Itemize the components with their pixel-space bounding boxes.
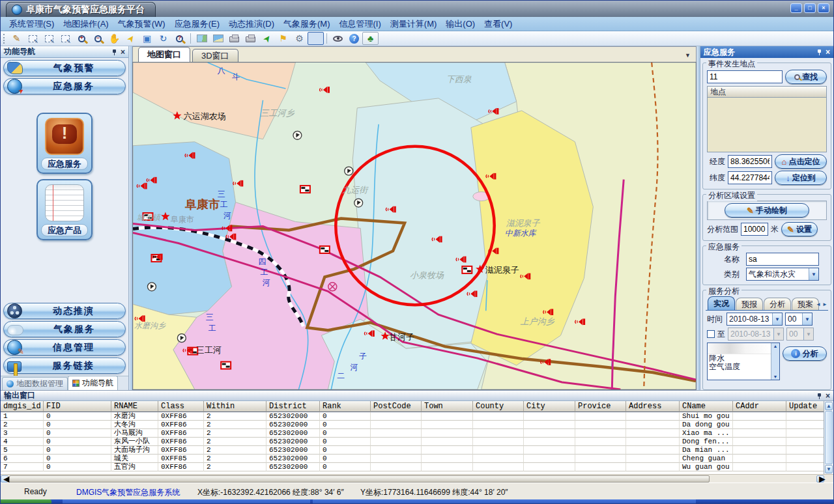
- print-icon[interactable]: [226, 32, 242, 45]
- pin-icon[interactable]: [111, 49, 118, 55]
- pin-icon[interactable]: [816, 393, 823, 399]
- map-tab-1[interactable]: 3D窗口: [192, 49, 238, 62]
- big-button-alert[interactable]: 应急服务: [36, 113, 93, 174]
- analysis-range-input[interactable]: [741, 223, 768, 236]
- full-extent-icon[interactable]: ▣: [139, 32, 155, 45]
- analysis-tab-1[interactable]: 预报: [736, 298, 763, 310]
- print-setup-icon[interactable]: [242, 32, 259, 45]
- pin-icon[interactable]: [816, 49, 823, 55]
- menu-item-7[interactable]: 测量计算(M): [386, 17, 442, 31]
- location-list[interactable]: [707, 98, 827, 152]
- location-keyword-input[interactable]: [707, 70, 783, 83]
- chevron-down-icon[interactable]: ▼: [802, 313, 812, 325]
- menu-item-2[interactable]: 气象预警(W): [113, 17, 170, 31]
- map-export-icon[interactable]: [210, 32, 226, 45]
- analysis-tab-3[interactable]: 预案: [792, 298, 819, 310]
- table-row[interactable]: 30小马厩沟0XFF8626523020000Xiao ma ...: [1, 429, 824, 438]
- globe-tool-icon[interactable]: [308, 32, 324, 45]
- column-header[interactable]: City: [524, 401, 575, 412]
- menu-item-6[interactable]: 信息管理(I): [335, 17, 386, 31]
- select-circle-icon[interactable]: [57, 32, 74, 45]
- locate-to-button[interactable]: ↓定位到: [775, 171, 827, 185]
- analysis-tab-0[interactable]: 实况: [708, 296, 735, 310]
- to-date-checkbox[interactable]: [707, 330, 715, 338]
- minimize-button[interactable]: _: [790, 3, 802, 13]
- latitude-input[interactable]: [728, 171, 772, 184]
- search-button[interactable]: 查找: [785, 70, 827, 84]
- service-type-dropdown[interactable]: 气象和洪水灾 ▼: [746, 268, 819, 281]
- longitude-input[interactable]: [728, 155, 772, 168]
- column-header[interactable]: Address: [626, 401, 680, 412]
- table-row[interactable]: 20大冬沟0XFF8626523020000Da dong gou: [1, 421, 824, 429]
- tab-scroll-arrows[interactable]: ◄ ►: [816, 301, 827, 307]
- service-name-input[interactable]: [746, 253, 819, 266]
- menu-item-4[interactable]: 动态推演(D): [224, 17, 279, 31]
- nav-ww[interactable]: 气象预警: [3, 60, 126, 76]
- column-header[interactable]: Provice: [575, 401, 626, 412]
- nav-sl[interactable]: 服务链接: [3, 357, 126, 374]
- table-row[interactable]: 70五官沟0XFF8626523020000Wu guan gou: [1, 463, 824, 471]
- list-item[interactable]: 空气温度: [708, 363, 771, 371]
- end-hour-dropdown[interactable]: 00▼: [786, 328, 814, 341]
- tab-list-dropdown-icon[interactable]: ▼: [685, 52, 691, 59]
- table-row[interactable]: 40东风一小队0XFF8626523020000Dong fen...: [1, 438, 824, 446]
- settings-gear-icon[interactable]: ⚙: [291, 32, 308, 45]
- pin-flag-icon[interactable]: ⚑: [275, 32, 291, 45]
- measure-icon[interactable]: ✎: [8, 32, 25, 45]
- refresh-icon[interactable]: ↻: [155, 32, 171, 45]
- nav-im[interactable]: 信息管理: [3, 339, 126, 356]
- table-row[interactable]: 50大面场子沟0XFF8626523020000Da mian ...: [1, 446, 824, 455]
- menu-item-8[interactable]: 输出(O): [441, 17, 480, 31]
- menu-item-0[interactable]: 系统管理(S): [5, 17, 59, 31]
- column-header[interactable]: Town: [422, 401, 473, 412]
- panel-tab-1[interactable]: 功能导航: [68, 376, 118, 390]
- north-arrow-icon[interactable]: ➤: [259, 32, 275, 45]
- table-row[interactable]: 60城关0XFF8526523020000Cheng guan: [1, 455, 824, 463]
- image-layers-icon[interactable]: [194, 32, 210, 45]
- analyze-button[interactable]: i分析: [783, 346, 827, 361]
- panel-tab-0[interactable]: 地图数据管理: [2, 377, 68, 390]
- restore-button[interactable]: □: [804, 3, 816, 13]
- column-header[interactable]: County: [473, 401, 524, 412]
- nav-es[interactable]: 应急服务: [3, 78, 126, 94]
- column-header[interactable]: Update: [786, 401, 824, 412]
- pan-icon[interactable]: ✋: [106, 32, 122, 45]
- close-icon[interactable]: ×: [826, 393, 830, 399]
- big-button-product[interactable]: 应急产品: [36, 179, 93, 240]
- map-canvas[interactable]: 八斗六运湖农场三工河乡下西泉九运街阜康市城关镇阜康市三工河滋泥泉子中新水库滋泥泉…: [132, 62, 697, 390]
- chevron-down-icon[interactable]: ▼: [809, 268, 818, 280]
- chevron-down-icon[interactable]: ▼: [772, 313, 782, 325]
- analysis-tab-2[interactable]: 分析: [764, 298, 791, 310]
- table-row[interactable]: 10水磨沟0XFF8626523020000Shui mo gou: [1, 412, 824, 421]
- zoom-in-icon[interactable]: +: [74, 32, 90, 45]
- pointer-icon[interactable]: ➤: [122, 32, 139, 45]
- element-listbox[interactable]: 降水空气温度 ▲▼: [707, 343, 780, 380]
- column-header[interactable]: Within: [204, 401, 266, 412]
- manual-draw-button[interactable]: ✎手动绘制: [725, 203, 809, 217]
- column-header[interactable]: CName: [680, 401, 733, 412]
- horizontal-scrollbar[interactable]: ◄ ►: [1, 474, 833, 483]
- select-rectangle-icon[interactable]: [41, 32, 57, 45]
- column-header[interactable]: PostCode: [371, 401, 422, 412]
- toolbar-grip[interactable]: [3, 34, 6, 44]
- select-freehand-icon[interactable]: [25, 32, 41, 45]
- end-date-dropdown[interactable]: 2010-08-13▼: [728, 328, 784, 341]
- click-locate-button[interactable]: ⌂点击定位: [775, 154, 827, 169]
- menu-item-9[interactable]: 查看(V): [480, 17, 517, 31]
- vertical-scrollbar[interactable]: ▲ ▼: [824, 401, 833, 474]
- visibility-eye-icon[interactable]: [330, 32, 346, 45]
- nav-dd[interactable]: 动态推演: [3, 303, 126, 319]
- column-header[interactable]: Rank: [320, 401, 371, 412]
- set-range-button[interactable]: ✎设置: [781, 222, 818, 236]
- close-icon[interactable]: ×: [826, 49, 830, 55]
- menu-item-1[interactable]: 地图操作(A): [59, 17, 113, 31]
- identify-icon[interactable]: ?: [171, 32, 188, 45]
- menu-item-3[interactable]: 应急服务(E): [170, 17, 224, 31]
- close-icon[interactable]: ×: [121, 49, 125, 55]
- column-header[interactable]: District: [266, 401, 320, 412]
- menu-item-5[interactable]: 气象服务(M): [279, 17, 335, 31]
- column-header[interactable]: RNAME: [111, 401, 158, 412]
- column-header[interactable]: dmgis_id: [1, 401, 44, 412]
- column-header[interactable]: FID: [44, 401, 111, 412]
- column-header[interactable]: Class: [158, 401, 204, 412]
